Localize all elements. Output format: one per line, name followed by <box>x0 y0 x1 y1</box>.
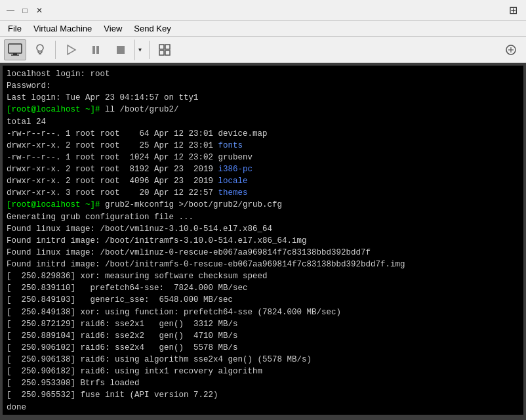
terminal-line: [ 250.829836] xor: measuring software ch… <box>7 270 519 282</box>
screen-button[interactable] <box>4 39 26 60</box>
lightbulb-button[interactable] <box>29 39 51 60</box>
resize-button[interactable] <box>500 39 522 60</box>
terminal-line: Password: <box>7 80 519 92</box>
play-icon <box>65 44 77 56</box>
svg-point-3 <box>37 45 43 51</box>
svg-rect-10 <box>165 45 170 49</box>
play-button[interactable] <box>60 39 82 60</box>
title-bar: — □ ✕ ⊞ <box>0 0 526 21</box>
stop-icon <box>115 44 127 56</box>
svg-rect-11 <box>159 51 164 55</box>
terminal-line: [ 250.839110] prefetch64-sse: 7824.000 M… <box>7 282 519 294</box>
svg-rect-0 <box>9 44 22 53</box>
pause-button[interactable] <box>85 39 107 60</box>
fullscreen-icon <box>158 43 171 56</box>
svg-rect-6 <box>92 46 95 54</box>
terminal-line: Found initrd image: /boot/initramfs-0-re… <box>7 259 519 270</box>
terminal-line: drwxr-xr-x. 2 root root 4096 Apr 23 2019… <box>7 175 519 187</box>
terminal-line: [ 250.889104] raid6: sse2x2 gen() 4710 M… <box>7 330 519 342</box>
terminal-line: [ 250.872129] raid6: sse2x1 gen() 3312 M… <box>7 318 519 330</box>
menu-view[interactable]: View <box>98 22 127 35</box>
svg-rect-9 <box>159 45 164 49</box>
separator-1 <box>55 41 56 59</box>
terminal-line: Generating grub configuration file ... <box>7 211 519 223</box>
stop-button[interactable] <box>110 39 132 60</box>
fullscreen-button[interactable] <box>153 39 176 60</box>
lightbulb-icon <box>33 43 47 57</box>
menu-bar: File Virtual Machine View Send Key <box>0 21 526 37</box>
terminal-line: localhost login: root <box>7 68 519 80</box>
terminal-line: drwxr-xr-x. 3 root root 20 Apr 12 22:57 … <box>7 187 519 199</box>
menu-send-key[interactable]: Send Key <box>129 22 176 35</box>
terminal-line: drwxr-xr-x. 2 root root 8192 Apr 23 2019… <box>7 163 519 175</box>
svg-rect-12 <box>165 51 170 55</box>
terminal-line: [ 250.953308] Btrfs loaded <box>7 377 519 389</box>
terminal-line: -rw-r--r--. 1 root root 64 Apr 12 23:01 … <box>7 128 519 140</box>
screen-icon <box>8 43 22 56</box>
extra-button[interactable]: ⊞ <box>505 5 521 16</box>
stop-dropdown[interactable]: ▾ <box>134 39 145 60</box>
separator-2 <box>149 41 150 59</box>
menu-virtual-machine[interactable]: Virtual Machine <box>28 22 97 35</box>
terminal-line: [root@localhost ~]# ll /boot/grub2/ <box>7 104 519 116</box>
terminal-line: Found linux image: /boot/vmlinuz-3.10.0-… <box>7 223 519 235</box>
terminal-line: [ 250.906138] raid6: using algorithm sse… <box>7 354 519 366</box>
terminal-line: [root@localhost ~]# grub2-mkconfig >/boo… <box>7 199 519 211</box>
terminal-line: [ 250.906182] raid6: using intx1 recover… <box>7 366 519 377</box>
stop-dropdown-arrow[interactable]: ▾ <box>134 39 145 60</box>
close-button[interactable]: ✕ <box>34 5 45 16</box>
svg-marker-5 <box>68 45 75 54</box>
resize-icon <box>504 43 517 56</box>
terminal-line: -rw-r--r--. 1 root root 1024 Apr 12 23:0… <box>7 152 519 163</box>
terminal-line: [root@localhost ~]# ll /boot/grub2/grub.… <box>7 413 519 415</box>
terminal-line: [ 250.849103] generic_sse: 6548.000 MB/s… <box>7 294 519 306</box>
pause-icon <box>90 44 102 56</box>
maximize-button[interactable]: □ <box>20 5 30 16</box>
terminal-line: done <box>7 402 519 413</box>
svg-rect-8 <box>117 46 125 54</box>
terminal-line: Found initrd image: /boot/initramfs-3.10… <box>7 235 519 247</box>
terminal-line: [ 250.849138] xor: using function: prefe… <box>7 306 519 318</box>
terminal-line: [ 250.906102] raid6: sse2x4 gen() 5578 M… <box>7 342 519 354</box>
menu-file[interactable]: File <box>3 22 27 35</box>
terminal[interactable]: localhost login: rootPassword:Last login… <box>3 66 523 415</box>
terminal-line: Found linux image: /boot/vmlinuz-0-rescu… <box>7 247 519 259</box>
terminal-line: drwxr-xr-x. 2 root root 25 Apr 12 23:01 … <box>7 140 519 152</box>
terminal-line: total 24 <box>7 116 519 128</box>
terminal-line: [ 250.965532] fuse init (API version 7.2… <box>7 389 519 401</box>
toolbar: ▾ <box>0 37 526 63</box>
minimize-button[interactable]: — <box>5 5 16 16</box>
svg-rect-7 <box>96 46 99 54</box>
terminal-line: Last login: Tue Apr 23 04:14:57 on tty1 <box>7 92 519 104</box>
